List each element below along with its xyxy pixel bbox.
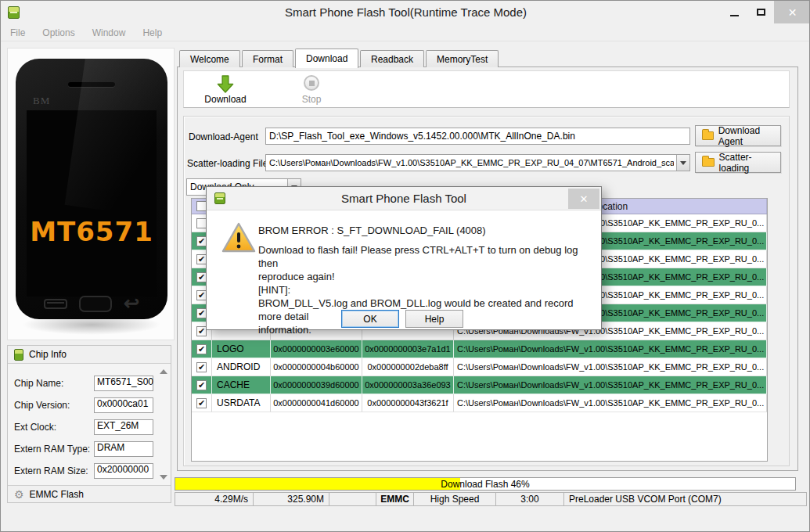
row-checkbox[interactable]: ✔ xyxy=(196,362,207,372)
dialog-title-bar: Smart Phone Flash Tool ✕ xyxy=(207,187,601,210)
chip-field-row: Extern RAM Size:0x20000000 xyxy=(8,463,171,479)
phone-model-label: MT6571 xyxy=(30,216,153,247)
download-progress-bar: Download Flash 46% xyxy=(175,477,796,491)
title-bar: Smart Phone Flash Tool(Runtime Trace Mod… xyxy=(1,1,810,24)
chip-field-label: Ext Clock: xyxy=(14,422,56,433)
menu-item-options[interactable]: Options xyxy=(42,27,74,38)
row-check-cell: ✔ xyxy=(192,340,212,358)
minimize-button[interactable] xyxy=(722,1,746,23)
window-title: Smart Phone Flash Tool(Runtime Trace Mod… xyxy=(1,5,810,19)
cell-location: C:\Users\Роман\Downloads\FW_v1.00\S3510A… xyxy=(454,376,767,394)
row-checkbox[interactable]: ✔ xyxy=(196,380,207,390)
phone-home-icon xyxy=(79,296,112,312)
cell-name: CACHE xyxy=(212,376,271,394)
chip-field-row: Ext Clock:EXT_26M xyxy=(8,419,171,435)
chip-field-value[interactable]: 0x20000000 xyxy=(94,463,153,479)
chip-field-label: Chip Version: xyxy=(14,400,70,411)
cell-name: USRDATA xyxy=(212,394,271,412)
scroll-up-icon[interactable] xyxy=(160,369,167,374)
scatter-loading-button-label: Scatter-loading xyxy=(719,152,780,174)
row-check-cell: ✔ xyxy=(192,394,212,412)
download-action-label: Download xyxy=(204,94,246,105)
phone-brand-label: BM xyxy=(33,95,50,107)
cell-begin-address: 0x0000000004b60000 xyxy=(271,358,362,376)
ok-button[interactable]: OK xyxy=(341,310,399,328)
chip-field-row: Chip Name:MT6571_S00 xyxy=(8,376,171,391)
status-cell-connection-speed: High Speed xyxy=(414,492,496,506)
scatter-loading-button[interactable]: Scatter-loading xyxy=(695,152,781,173)
scatter-combo-arrow-icon[interactable] xyxy=(676,155,689,171)
chip-field-value[interactable]: MT6571_S00 xyxy=(94,376,153,391)
scatter-file-combobox[interactable] xyxy=(265,154,690,171)
emmc-flash-header[interactable]: ⚙ EMMC Flash xyxy=(8,485,171,502)
cell-name: ANDROID xyxy=(212,358,271,376)
table-row[interactable]: ✔ANDROID0x0000000004b600000x000000002deb… xyxy=(192,358,767,376)
row-check-cell: ✔ xyxy=(192,376,212,394)
chip-icon xyxy=(14,349,23,361)
toolbar: Download Stop xyxy=(183,70,790,108)
status-cell-time: 3:00 xyxy=(496,492,564,506)
chip-info-title: Chip Info xyxy=(29,349,67,360)
status-cell-port: PreLoader USB VCOM Port (COM7) xyxy=(564,492,807,506)
cell-end-address: 0x0000000003e7a1d1 xyxy=(362,340,454,358)
gear-icon: ⚙ xyxy=(14,489,24,500)
main-window: Smart Phone Flash Tool(Runtime Trace Mod… xyxy=(0,0,810,532)
close-button[interactable]: ✕ xyxy=(774,1,810,23)
status-cell-data-size: 325.90M xyxy=(254,492,329,506)
menu-item-help[interactable]: Help xyxy=(142,27,162,38)
phone-screen: MT6571 xyxy=(27,110,157,297)
scatter-loading-label: Scatter-loading File xyxy=(187,158,268,169)
cell-begin-address: 0x0000000003e60000 xyxy=(271,340,362,358)
chip-field-value[interactable]: 0x0000ca01 xyxy=(94,397,153,413)
cell-end-address: 0x0000000043f3621f xyxy=(362,394,454,412)
chip-field-label: Chip Name: xyxy=(14,378,63,389)
table-row[interactable]: ✔LOGO0x0000000003e600000x0000000003e7a1d… xyxy=(192,340,767,358)
maximize-button[interactable] xyxy=(749,1,772,23)
cell-name: LOGO xyxy=(212,340,271,358)
download-agent-button-label: Download Agent xyxy=(718,125,780,147)
menu-item-window[interactable]: Window xyxy=(92,27,126,38)
tab-readback[interactable]: Readback xyxy=(360,50,424,67)
chip-field-value[interactable]: EXT_26M xyxy=(94,419,153,435)
emmc-flash-label: EMMC Flash xyxy=(30,489,84,500)
download-agent-input[interactable] xyxy=(265,128,690,145)
folder-icon xyxy=(702,131,714,140)
error-dialog: Smart Phone Flash Tool ✕ BROM ERROR : S_… xyxy=(206,186,602,330)
stop-action-label: Stop xyxy=(302,94,322,105)
chip-field-value[interactable]: DRAM xyxy=(94,441,153,457)
chip-field-row: Chip Version:0x0000ca01 xyxy=(8,397,171,413)
download-action-button[interactable]: Download xyxy=(198,74,253,106)
menu-item-file[interactable]: File xyxy=(10,27,25,38)
phone-preview-panel: BM MT6571 ↩ xyxy=(7,48,175,340)
row-check-cell: ✔ xyxy=(192,358,212,376)
help-button[interactable]: Help xyxy=(405,310,463,328)
chip-field-label: Extern RAM Type: xyxy=(14,444,90,455)
row-checkbox[interactable]: ✔ xyxy=(196,344,207,354)
phone-speaker xyxy=(68,82,115,87)
download-agent-label: Download-Agent xyxy=(189,131,258,142)
tab-download[interactable]: Download xyxy=(295,49,358,68)
dialog-close-button[interactable]: ✕ xyxy=(568,189,599,209)
cell-begin-address: 0x0000000041d60000 xyxy=(271,394,362,412)
table-row[interactable]: ✔CACHE0x0000000039d600000x000000003a36e0… xyxy=(192,376,767,394)
warning-icon xyxy=(221,221,257,254)
chip-info-header[interactable]: Chip Info xyxy=(8,346,171,364)
cell-location: C:\Users\Роман\Downloads\FW_v1.00\S3510A… xyxy=(454,358,767,376)
stop-icon xyxy=(304,75,319,91)
status-cell-speed: 4.29M/s xyxy=(175,492,254,506)
tab-format[interactable]: Format xyxy=(242,50,293,67)
download-agent-button[interactable]: Download Agent xyxy=(695,125,781,146)
maximize-icon xyxy=(757,9,765,16)
status-bar: 4.29M/s325.90MEMMCHigh Speed3:00PreLoade… xyxy=(175,492,807,506)
stop-action-button[interactable]: Stop xyxy=(284,74,339,106)
progress-label: Download Flash 46% xyxy=(175,479,795,490)
tab-welcome[interactable]: Welcome xyxy=(179,50,240,67)
row-checkbox[interactable]: ✔ xyxy=(196,398,207,408)
cell-end-address: 0x000000003a36e093 xyxy=(362,376,454,394)
tab-memorytest[interactable]: MemoryTest xyxy=(426,50,499,67)
chip-info-panel: Chip Info Chip Name:MT6571_S00Chip Versi… xyxy=(7,345,171,503)
dialog-error-title: BROM ERROR : S_FT_DOWNLOAD_FAIL (4008) xyxy=(258,225,486,236)
chip-field-label: Extern RAM Size: xyxy=(14,466,88,476)
table-row[interactable]: ✔USRDATA0x0000000041d600000x0000000043f3… xyxy=(192,394,767,412)
cell-location: C:\Users\Роман\Downloads\FW_v1.00\S3510A… xyxy=(454,394,767,412)
